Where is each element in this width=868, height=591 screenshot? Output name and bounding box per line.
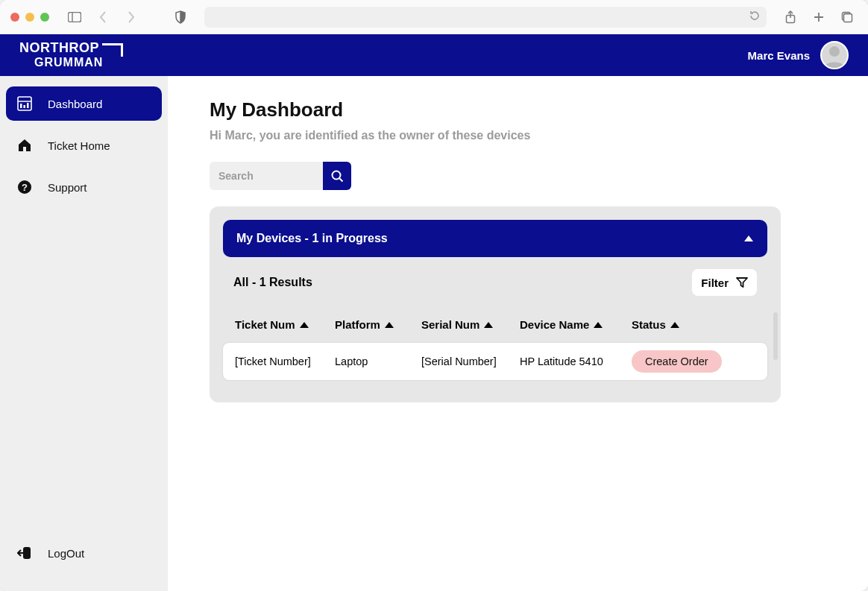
logo-line2: GRUMMAN: [19, 57, 123, 68]
address-bar[interactable]: [204, 7, 767, 28]
svg-rect-10: [20, 104, 22, 108]
panel-subheader: All - 1 Results Filter: [223, 269, 767, 296]
collapse-icon[interactable]: [743, 235, 754, 242]
devices-panel: My Devices - 1 in Progress All - 1 Resul…: [210, 206, 781, 402]
cell-platform: Laptop: [335, 355, 421, 367]
new-tab-icon[interactable]: [808, 7, 829, 28]
tabs-overview-icon[interactable]: [837, 7, 858, 28]
col-label: Status: [632, 318, 666, 331]
col-device[interactable]: Device Name: [520, 318, 632, 331]
sort-asc-icon: [484, 322, 493, 328]
home-icon: [16, 137, 33, 154]
sort-asc-icon: [300, 322, 309, 328]
app-body: Dashboard Ticket Home ? Support LogOut: [0, 76, 868, 591]
col-status[interactable]: Status: [632, 318, 729, 331]
col-ticket[interactable]: Ticket Num: [235, 318, 335, 331]
svg-rect-11: [24, 105, 26, 108]
col-label: Platform: [335, 318, 380, 331]
cell-status: Create Order: [632, 350, 729, 373]
svg-point-7: [829, 46, 840, 57]
col-serial[interactable]: Serial Num: [421, 318, 520, 331]
search-button[interactable]: [323, 162, 351, 190]
svg-point-17: [333, 171, 341, 180]
sidebar-item-dashboard[interactable]: Dashboard: [6, 86, 162, 121]
scrollbar-thumb[interactable]: [773, 312, 778, 360]
forward-icon[interactable]: [121, 7, 142, 28]
filter-icon: [736, 276, 748, 288]
svg-rect-8: [18, 97, 31, 110]
sidebar-item-support[interactable]: ? Support: [6, 170, 162, 204]
sidebar-item-label: Dashboard: [48, 98, 102, 110]
sort-asc-icon: [594, 322, 603, 328]
page-subtitle: Hi Marc, you are identified as the owner…: [210, 129, 838, 142]
avatar[interactable]: [820, 41, 849, 69]
search-icon: [330, 169, 344, 183]
browser-chrome: [0, 0, 868, 34]
svg-rect-6: [844, 13, 852, 22]
devices-table: Ticket Num Platform Serial Num Device Na…: [223, 318, 767, 380]
svg-rect-12: [27, 103, 29, 108]
col-platform[interactable]: Platform: [335, 318, 421, 331]
col-label: Device Name: [520, 318, 589, 331]
back-icon[interactable]: [92, 7, 113, 28]
svg-text:?: ?: [22, 182, 28, 193]
minimize-window-icon[interactable]: [25, 13, 34, 22]
results-count: All - 1 Results: [233, 276, 312, 289]
sort-asc-icon: [670, 322, 679, 328]
filter-button[interactable]: Filter: [692, 269, 757, 296]
sidebar-item-label: Ticket Home: [48, 139, 110, 152]
logo-bracket-icon: [102, 43, 123, 57]
panel-title: My Devices - 1 in Progress: [236, 232, 388, 245]
dashboard-icon: [16, 95, 33, 112]
brand-logo[interactable]: NORTHROP GRUMMAN: [19, 42, 123, 68]
reload-icon[interactable]: [749, 10, 761, 22]
filter-label: Filter: [701, 276, 729, 289]
help-icon: ?: [16, 179, 33, 195]
table-header: Ticket Num Platform Serial Num Device Na…: [223, 318, 767, 343]
sidebar-item-ticket-home[interactable]: Ticket Home: [6, 128, 162, 162]
sidebar-item-logout[interactable]: LogOut: [6, 536, 162, 570]
window-controls: [10, 13, 49, 22]
app-window: NORTHROP GRUMMAN Marc Evans Dashboard: [0, 0, 868, 591]
cell-serial: [Serial Number]: [421, 355, 520, 367]
sidebar-item-label: LogOut: [48, 547, 84, 560]
user-name: Marc Evans: [748, 49, 810, 62]
zoom-window-icon[interactable]: [40, 13, 49, 22]
table-row[interactable]: [Ticket Number] Laptop [Serial Number] H…: [223, 343, 767, 380]
close-window-icon[interactable]: [10, 13, 19, 22]
panel-header[interactable]: My Devices - 1 in Progress: [223, 220, 767, 257]
svg-rect-0: [69, 12, 81, 22]
sort-asc-icon: [385, 322, 394, 328]
cell-device: HP Latitude 5410: [520, 355, 632, 367]
user-area[interactable]: Marc Evans: [748, 41, 849, 69]
logo-line1: NORTHROP: [19, 42, 99, 54]
app-header: NORTHROP GRUMMAN Marc Evans: [0, 34, 868, 76]
svg-marker-20: [737, 278, 747, 287]
svg-line-18: [339, 178, 342, 181]
shield-icon[interactable]: [170, 7, 191, 28]
sidebar-item-label: Support: [48, 181, 87, 194]
page-title: My Dashboard: [210, 98, 838, 121]
svg-marker-19: [744, 236, 753, 241]
logout-icon: [16, 545, 33, 561]
search-row: [210, 162, 838, 190]
cell-ticket: [Ticket Number]: [235, 355, 335, 367]
sidebar: Dashboard Ticket Home ? Support LogOut: [0, 76, 168, 591]
sidebar-toggle-icon[interactable]: [64, 7, 85, 28]
col-label: Serial Num: [421, 318, 479, 331]
status-badge[interactable]: Create Order: [632, 350, 722, 373]
share-icon[interactable]: [780, 7, 801, 28]
main-content: My Dashboard Hi Marc, you are identified…: [168, 76, 868, 591]
col-label: Ticket Num: [235, 318, 295, 331]
search-input[interactable]: [210, 162, 323, 190]
